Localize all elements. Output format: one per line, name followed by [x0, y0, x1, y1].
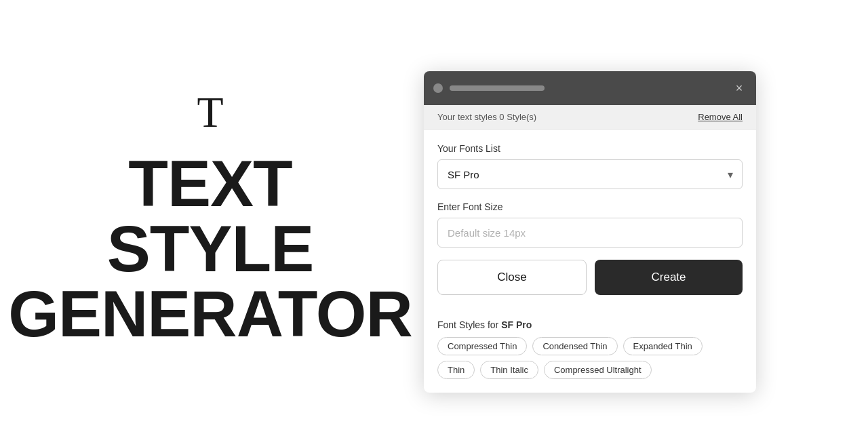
font-select[interactable]: SF Pro SF Pro Display SF Pro Text Helvet…	[437, 159, 743, 189]
font-styles-prefix: Font Styles for	[437, 319, 501, 330]
traffic-light-icon	[433, 83, 443, 93]
title-bar-left	[433, 83, 545, 93]
title-bar-decoration	[450, 85, 545, 91]
modal-body: Your Fonts List SF Pro SF Pro Display SF…	[424, 130, 756, 319]
t-icon: T	[197, 87, 223, 138]
style-count-text: Your text styles 0 Style(s)	[437, 112, 536, 122]
create-button[interactable]: Create	[595, 260, 743, 295]
style-tag-compressed-ultralight[interactable]: Compressed Ultralight	[544, 361, 652, 379]
hero-title: TEXT STYLE GENERATOR	[8, 151, 412, 347]
status-bar: Your text styles 0 Style(s) Remove All	[424, 105, 756, 130]
left-panel: T TEXT STYLE GENERATOR	[0, 0, 420, 434]
font-size-label: Enter Font Size	[437, 201, 743, 212]
font-select-wrapper: SF Pro SF Pro Display SF Pro Text Helvet…	[437, 159, 743, 189]
font-size-input[interactable]	[437, 218, 743, 248]
remove-all-button[interactable]: Remove All	[698, 112, 743, 122]
style-tag-expanded-thin[interactable]: Expanded Thin	[623, 337, 703, 355]
close-window-button[interactable]: ×	[732, 81, 747, 96]
font-styles-heading: Font Styles for SF Pro	[437, 319, 743, 330]
style-tag-thin-italic[interactable]: Thin Italic	[480, 361, 538, 379]
close-button[interactable]: Close	[437, 260, 587, 295]
style-tag-compressed-thin[interactable]: Compressed Thin	[437, 337, 527, 355]
style-tag-condensed-thin[interactable]: Condensed Thin	[532, 337, 617, 355]
style-tag-thin[interactable]: Thin	[437, 361, 475, 379]
style-tags-container: Compressed Thin Condensed Thin Expanded …	[437, 337, 743, 379]
action-buttons-row: Close Create	[437, 260, 743, 295]
font-styles-font-name: SF Pro	[501, 319, 532, 330]
modal-panel: × Your text styles 0 Style(s) Remove All…	[424, 71, 756, 393]
hero-line1: TEXT	[8, 151, 412, 216]
hero-line2: STYLE	[8, 216, 412, 281]
hero-line3: GENERATOR	[8, 281, 412, 347]
font-styles-section: Font Styles for SF Pro Compressed Thin C…	[424, 319, 756, 393]
fonts-list-label: Your Fonts List	[437, 143, 743, 154]
title-bar: ×	[424, 71, 756, 105]
